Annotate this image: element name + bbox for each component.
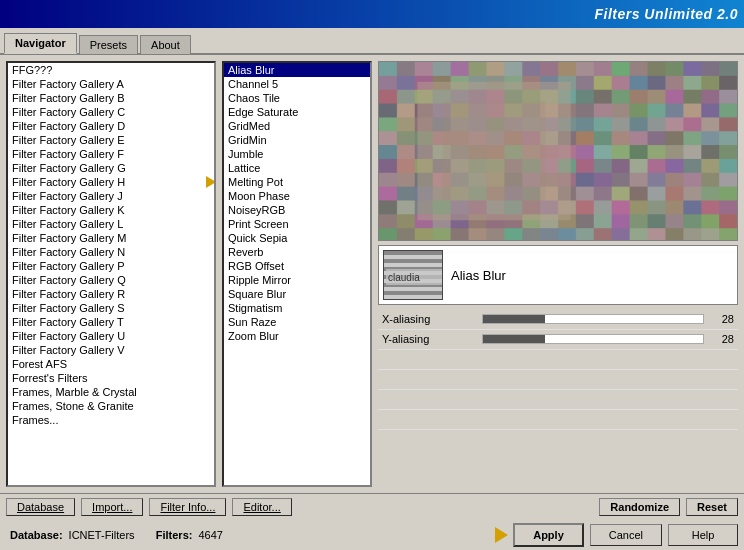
filter-item[interactable]: Stigmatism	[224, 301, 370, 315]
filters-label: Filters:	[156, 529, 193, 541]
filter-item[interactable]: NoiseyRGB	[224, 203, 370, 217]
filter-info: Alias Blur	[378, 245, 738, 305]
filters-value: 4647	[198, 529, 222, 541]
category-item[interactable]: Filter Factory Gallery B	[8, 91, 214, 105]
category-item[interactable]: Filter Factory Gallery S	[8, 301, 214, 315]
filter-item[interactable]: Melting Pot	[224, 175, 370, 189]
category-item[interactable]: Filter Factory Gallery M	[8, 231, 214, 245]
filter-item[interactable]: Lattice	[224, 161, 370, 175]
param-value: 28	[708, 309, 738, 329]
category-item[interactable]: Filter Factory Gallery T	[8, 315, 214, 329]
category-item[interactable]: Frames, Marble & Crystal	[8, 385, 214, 399]
category-item[interactable]: Forest AFS	[8, 357, 214, 371]
help-button[interactable]: Help	[668, 524, 738, 546]
app-title: Filters Unlimited 2.0	[594, 6, 738, 22]
category-item[interactable]: Filter Factory Gallery P	[8, 259, 214, 273]
param-value	[708, 349, 738, 369]
right-panel: Alias Blur X-aliasing28Y-aliasing28	[378, 61, 738, 487]
category-item[interactable]: Filter Factory Gallery J	[8, 189, 214, 203]
editor-button[interactable]: Editor...	[232, 498, 291, 516]
filter-item[interactable]: Zoom Blur	[224, 329, 370, 343]
category-item[interactable]: Filter Factory Gallery C	[8, 105, 214, 119]
filter-item[interactable]: Moon Phase	[224, 189, 370, 203]
param-value	[708, 409, 738, 429]
category-item[interactable]: FFG???	[8, 63, 214, 77]
filter-item[interactable]: RGB Offset	[224, 259, 370, 273]
filter-item[interactable]: Channel 5	[224, 77, 370, 91]
title-bar: Filters Unlimited 2.0	[0, 0, 744, 28]
cancel-button[interactable]: Cancel	[590, 524, 662, 546]
category-item[interactable]: Filter Factory Gallery H	[8, 175, 214, 189]
category-item[interactable]: Filter Factory Gallery A	[8, 77, 214, 91]
param-row	[378, 389, 738, 409]
filter-list[interactable]: Alias BlurChannel 5Chaos TileEdge Satura…	[222, 61, 372, 487]
database-value: ICNET-Filters	[69, 529, 135, 541]
middle-panel: Alias BlurChannel 5Chaos TileEdge Satura…	[222, 61, 372, 487]
action-bar: Database: ICNET-Filters Filters: 4647 Ap…	[0, 520, 744, 550]
category-item[interactable]: Filter Factory Gallery L	[8, 217, 214, 231]
category-item[interactable]: Filter Factory Gallery U	[8, 329, 214, 343]
category-item[interactable]: Filter Factory Gallery V	[8, 343, 214, 357]
category-item[interactable]: Filter Factory Gallery E	[8, 133, 214, 147]
category-item[interactable]: Filter Factory Gallery K	[8, 203, 214, 217]
filter-item[interactable]: GridMed	[224, 119, 370, 133]
filter-item[interactable]: Edge Saturate	[224, 105, 370, 119]
preview-container	[378, 61, 738, 241]
category-item[interactable]: Frames, Stone & Granite	[8, 399, 214, 413]
filter-name-label: Alias Blur	[451, 268, 506, 283]
params-container: X-aliasing28Y-aliasing28	[378, 309, 738, 487]
category-item[interactable]: Forrest's Filters	[8, 371, 214, 385]
category-list[interactable]: FFG???Filter Factory Gallery AFilter Fac…	[6, 61, 216, 487]
category-item[interactable]: Frames...	[8, 413, 214, 427]
category-item[interactable]: Filter Factory Gallery N	[8, 245, 214, 259]
reset-button[interactable]: Reset	[686, 498, 738, 516]
import-button[interactable]: Import...	[81, 498, 143, 516]
param-label: Y-aliasing	[378, 329, 478, 349]
category-item[interactable]: Filter Factory Gallery Q	[8, 273, 214, 287]
params-table: X-aliasing28Y-aliasing28	[378, 309, 738, 430]
filter-info-button[interactable]: Filter Info...	[149, 498, 226, 516]
param-label: X-aliasing	[378, 309, 478, 329]
filter-item[interactable]: Chaos Tile	[224, 91, 370, 105]
category-item[interactable]: Filter Factory Gallery D	[8, 119, 214, 133]
category-item[interactable]: Filter Factory Gallery F	[8, 147, 214, 161]
filter-item[interactable]: Alias Blur	[224, 63, 370, 77]
filter-item[interactable]: Sun Raze	[224, 315, 370, 329]
filter-thumb	[383, 250, 443, 300]
randomize-button[interactable]: Randomize	[599, 498, 680, 516]
main-content: FFG???Filter Factory Gallery AFilter Fac…	[0, 55, 744, 493]
tab-presets[interactable]: Presets	[79, 35, 138, 54]
database-button[interactable]: Database	[6, 498, 75, 516]
param-row	[378, 369, 738, 389]
tab-bar: Navigator Presets About	[0, 28, 744, 55]
param-value	[708, 369, 738, 389]
bottom-toolbar: Database Import... Filter Info... Editor…	[0, 493, 744, 520]
filter-item[interactable]: Reverb	[224, 245, 370, 259]
param-row	[378, 349, 738, 369]
tab-navigator[interactable]: Navigator	[4, 33, 77, 54]
filter-item[interactable]: Print Screen	[224, 217, 370, 231]
param-label	[378, 409, 478, 429]
filter-item[interactable]: Jumble	[224, 147, 370, 161]
filter-item[interactable]: Square Blur	[224, 287, 370, 301]
apply-button[interactable]: Apply	[513, 523, 584, 547]
param-value	[708, 389, 738, 409]
category-item[interactable]: Filter Factory Gallery G	[8, 161, 214, 175]
filter-item[interactable]: GridMin	[224, 133, 370, 147]
tab-about[interactable]: About	[140, 35, 191, 54]
param-value: 28	[708, 329, 738, 349]
apply-wrapper: Apply	[513, 523, 584, 547]
preview-canvas	[379, 62, 737, 240]
param-row: X-aliasing28	[378, 309, 738, 329]
param-label	[378, 369, 478, 389]
param-row: Y-aliasing28	[378, 329, 738, 349]
category-item[interactable]: Filter Factory Gallery R	[8, 287, 214, 301]
param-row	[378, 409, 738, 429]
param-label	[378, 389, 478, 409]
filter-item[interactable]: Ripple Mirror	[224, 273, 370, 287]
param-label	[378, 349, 478, 369]
left-panel: FFG???Filter Factory Gallery AFilter Fac…	[6, 61, 216, 487]
filter-item[interactable]: Quick Sepia	[224, 231, 370, 245]
status-left: Database: ICNET-Filters Filters: 4647	[6, 529, 223, 541]
database-label: Database:	[10, 529, 63, 541]
